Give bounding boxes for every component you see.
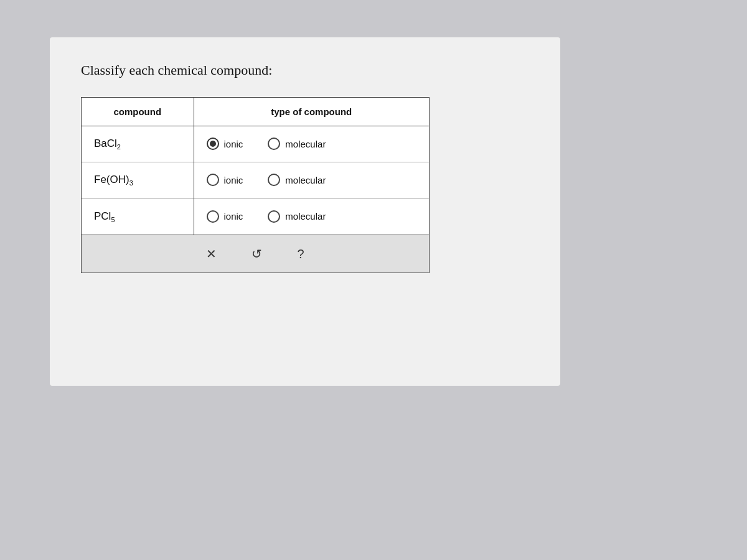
type-cell: ionic molecular	[194, 162, 430, 197]
ionic-label: ionic	[224, 139, 243, 149]
molecular-radio-feoh3[interactable]	[268, 174, 280, 186]
table-row: Fe(OH)3 ionic molecular	[82, 162, 429, 198]
radio-group-pcl5: ionic molecular	[207, 210, 326, 223]
molecular-radio-bacl2[interactable]	[268, 138, 280, 150]
compound-cell: PCl5	[82, 198, 194, 235]
ionic-radio-pcl5[interactable]	[207, 210, 219, 223]
compound-formula: Fe(OH)3	[94, 174, 133, 185]
compound-formula: BaCl2	[94, 138, 121, 149]
ionic-option-bacl2[interactable]: ionic	[207, 138, 243, 150]
molecular-radio-pcl5[interactable]	[268, 210, 280, 223]
type-cell: ionic molecular	[194, 199, 430, 234]
ionic-label: ionic	[224, 175, 243, 185]
molecular-option-pcl5[interactable]: molecular	[268, 210, 326, 223]
help-button[interactable]: ?	[292, 245, 309, 264]
table-row: PCl5 ionic molecular	[82, 198, 429, 235]
molecular-label: molecular	[285, 211, 326, 222]
clear-button[interactable]: ✕	[201, 244, 222, 264]
molecular-option-feoh3[interactable]: molecular	[268, 174, 326, 186]
type-cell: ionic molecular	[194, 126, 430, 161]
radio-group-bacl2: ionic molecular	[207, 138, 326, 150]
type-header: type of compound	[194, 98, 429, 126]
ionic-option-feoh3[interactable]: ionic	[207, 174, 243, 186]
molecular-label: molecular	[285, 175, 326, 185]
action-bar: ✕ ↺ ?	[81, 235, 430, 273]
compound-cell: BaCl2	[82, 126, 194, 162]
ionic-label: ionic	[224, 211, 243, 222]
page-title: Classify each chemical compound:	[81, 62, 529, 78]
table-row: BaCl2 ionic molecular	[82, 126, 429, 162]
ionic-option-pcl5[interactable]: ionic	[207, 210, 243, 223]
page-content: Classify each chemical compound: compoun…	[50, 37, 560, 386]
molecular-option-bacl2[interactable]: molecular	[268, 138, 326, 150]
ionic-radio-feoh3[interactable]	[207, 174, 219, 186]
classification-table: compound type of compound BaCl2 ionic	[81, 97, 430, 235]
molecular-label: molecular	[285, 139, 326, 149]
ionic-radio-bacl2[interactable]	[207, 138, 219, 150]
compound-formula: PCl5	[94, 210, 115, 222]
compound-header: compound	[82, 98, 194, 126]
compound-cell: Fe(OH)3	[82, 162, 194, 198]
undo-button[interactable]: ↺	[247, 244, 267, 264]
radio-group-feoh3: ionic molecular	[207, 174, 326, 186]
